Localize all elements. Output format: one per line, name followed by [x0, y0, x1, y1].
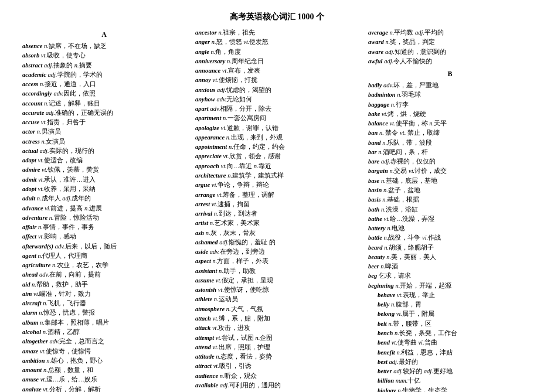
entry-architecture: architecture n.建筑学，建筑式样 [195, 171, 359, 180]
entry-anniversary: anniversary n.周年纪念日 [195, 57, 359, 66]
entry-announce: announce vt.宣布，发表 [195, 66, 359, 76]
entry-absence: absence n.缺席，不在场，缺乏 [22, 42, 186, 51]
entry-affect: affect vt.影响，感动 [22, 232, 186, 241]
entry-analyze: analyze vt.分析，分解，解析 [22, 385, 186, 392]
entry-album: album n.集邮本，照相薄，唱片 [22, 318, 186, 328]
entry-appointment: appointment n.任命，约定，约会 [195, 142, 359, 152]
entry-belt: belt n.带，腰带，区 [368, 319, 532, 329]
columns-container: A absence n.缺席，不在场，缺乏 absorb vt.吸收，使专心 a… [18, 28, 536, 392]
entry-access: access n.接近，通道，入口 [22, 80, 186, 89]
entry-affair: affair n.事情，事件，事务 [22, 223, 186, 232]
entry-aspect: aspect n.方面，样子，外表 [195, 257, 359, 266]
section-header-b: B [368, 70, 532, 79]
entry-abstract: abstract adj.抽象的 n.摘要 [22, 61, 186, 70]
entry-basin: basin n.盆子，盆地 [368, 186, 532, 195]
entry-admire: admire vt.钦佩，羡慕，赞赏 [22, 165, 186, 175]
entry-artist: artist n.艺术家，美术家 [195, 219, 359, 228]
entry-attend: attend vt.出席，照顾，护理 [195, 343, 359, 352]
entry-athlete: athlete n.运动员 [195, 295, 359, 304]
entry-arrest: arrest vt.逮捕，拘留 [195, 200, 359, 209]
page: 高考英语核心词汇 1000 个 A absence n.缺席，不在场，缺乏 ab… [0, 0, 554, 392]
entry-belly: belly n.腹部，胃 [368, 300, 532, 309]
entry-amount: amount n.总额，数量，和 [22, 366, 186, 375]
entry-advance: advance vi.前进，提高 n.进展 [22, 204, 186, 213]
entry-apart: apart adv.相隔，分开，除去 [195, 104, 359, 114]
entry-band: band n.乐队，带，波段 [368, 138, 532, 148]
entry-aware: aware adj.知道的，意识到的 [368, 47, 532, 57]
column-3: average n.平均数 adj.平均的 award n.奖，奖品，判定 aw… [363, 28, 536, 392]
entry-behave: behave vt.表现，举止 [368, 291, 532, 300]
entry-afterward: afterward(s) adv.后来，以后，随后 [22, 242, 186, 251]
entry-belong: belong vi.属于，附属 [368, 309, 532, 319]
entry-atmosphere: atmosphere n.大气，气氛 [195, 305, 359, 314]
column-2: ancestor n.祖宗，祖先 anger n.怒，愤怒 vt.使发怒 ang… [191, 28, 363, 392]
entry-audience: audience n.听众，观众 [195, 371, 359, 381]
entry-battery: battery n.电池 [368, 224, 532, 233]
entry-ancestor: ancestor n.祖宗，祖先 [195, 28, 359, 38]
entry-beard: beard n.胡须，络腮胡子 [368, 243, 532, 253]
entry-average: average n.平均数 adj.平均的 [368, 28, 532, 38]
entry-appearance: appearance n.出现，来到，外观 [195, 133, 359, 142]
entry-balance: balance vt.使平衡，称 n.天平 [368, 119, 532, 128]
entry-base: base n.基础，底层，基地 [368, 176, 532, 186]
entry-alarm: alarm n.惊恐，忧虑，警报 [22, 308, 186, 318]
entry-bath: bath n.洗澡，浴缸 [368, 205, 532, 214]
section-header-a1: A [22, 30, 186, 39]
entry-apartment: apartment n.一套公寓房间 [195, 114, 359, 123]
entry-ash: ash n.灰，灰末，骨灰 [195, 229, 359, 238]
entry-alcohol: alcohol n.酒精，乙醇 [22, 328, 186, 337]
entry-adult: adult n.成年人 adj.成年的 [22, 194, 186, 203]
entry-aircraft: aircraft n.飞机，飞行器 [22, 299, 186, 308]
entry-attempt: attempt vt.尝试，试图 n.企图 [195, 333, 359, 343]
entry-admit: admit vt.承认，准许…进入 [22, 175, 186, 185]
entry-adventure: adventure n.冒险，惊险活动 [22, 213, 186, 223]
entry-astonish: astonish vt.使惊讶，使吃惊 [195, 285, 359, 295]
entry-academic: academic adj.学院的，学术的 [22, 70, 186, 80]
entry-amuse: amuse vt.逗…乐，给…娱乐 [22, 375, 186, 384]
entry-attack: attack vt.攻击，进攻 [195, 323, 359, 333]
entry-best: best adj.最好的 [368, 357, 532, 367]
entry-beginning: beginning n.开始，开端，起源 [368, 281, 532, 291]
entry-actor: actor n.男演员 [22, 127, 186, 137]
entry-basis: basis n.基础，根据 [368, 195, 532, 204]
entry-agriculture: agriculture n.农业，农艺，农学 [22, 261, 186, 270]
entry-attitude: attitude n.态度，看法，姿势 [195, 352, 359, 362]
entry-bathe: bathe vt.给…洗澡，弄湿 [368, 214, 532, 224]
entry-absorb: absorb vt.吸收，使专心 [22, 51, 186, 60]
entry-actress: actress n.女演员 [22, 137, 186, 146]
entry-badminton: badminton n.羽毛球 [368, 90, 532, 100]
entry-assume: assume vt.假定，承担，呈现 [195, 276, 359, 285]
entry-attach: attach vt.缚，系，贴，附加 [195, 314, 359, 323]
entry-amaze: amaze vt.使惊奇，使惊愕 [22, 347, 186, 356]
entry-beer: beer n.啤酒 [368, 262, 532, 271]
entry-adapt: adapt vt.使适合，改编 [22, 156, 186, 165]
entry-aside: aside adv.在旁边，到旁边 [195, 247, 359, 257]
entry-adopt: adopt vt.收养，采用，采纳 [22, 185, 186, 194]
entry-battle: battle n.战役，斗争 vi.作战 [368, 233, 532, 243]
entry-altogether: altogether adv.完全，总而言之 [22, 337, 186, 346]
entry-arrival: arrival n.到达，到达者 [195, 209, 359, 219]
entry-bend: bend vt.使弯曲 vi.普曲 [368, 338, 532, 347]
entry-assistant: assistant n.助手，助教 [195, 267, 359, 276]
entry-beg: beg 乞求，请求 [368, 271, 532, 281]
entry-biology: biology n.生物学，生态学 [368, 386, 532, 392]
entry-account: account n.记述，解释，账目 [22, 99, 186, 108]
entry-appreciate: appreciate vt.欣赏，领会，感谢 [195, 152, 359, 161]
entry-award: award n.奖，奖品，判定 [368, 38, 532, 47]
entry-attract: attract vt.吸引，引诱 [195, 362, 359, 371]
entry-anger: anger n.怒，愤怒 vt.使发怒 [195, 38, 359, 47]
entry-actual: actual adj.实际的，现行的 [22, 146, 186, 156]
entry-ambition: ambition n.雄心，抱负，野心 [22, 356, 186, 366]
entry-accurate: accurate adj.准确的，正确无误的 [22, 108, 186, 118]
entry-ahead: ahead adv.在前，向前，提前 [22, 270, 186, 279]
entry-better: better adj.较好的 adj.更好地 [368, 367, 532, 376]
entry-bake: bake vt.烤，烘，烧硬 [368, 110, 532, 119]
entry-arrange: arrange vt.筹备，整理，调解 [195, 190, 359, 200]
entry-anyhow: anyhow adv.无论如何 [195, 95, 359, 104]
entry-bargain: bargain n.交易 vi.讨价，成交 [368, 166, 532, 176]
entry-baggage: baggage n.行李 [368, 100, 532, 110]
entry-bench: bench n.长凳，条凳，工作台 [368, 329, 532, 338]
entry-approach: approach vt.向…靠近 n.靠近 [195, 162, 359, 171]
entry-angle: angle n.角，角度 [195, 47, 359, 57]
entry-bar: bar n.酒吧间，条，杆 [368, 148, 532, 157]
